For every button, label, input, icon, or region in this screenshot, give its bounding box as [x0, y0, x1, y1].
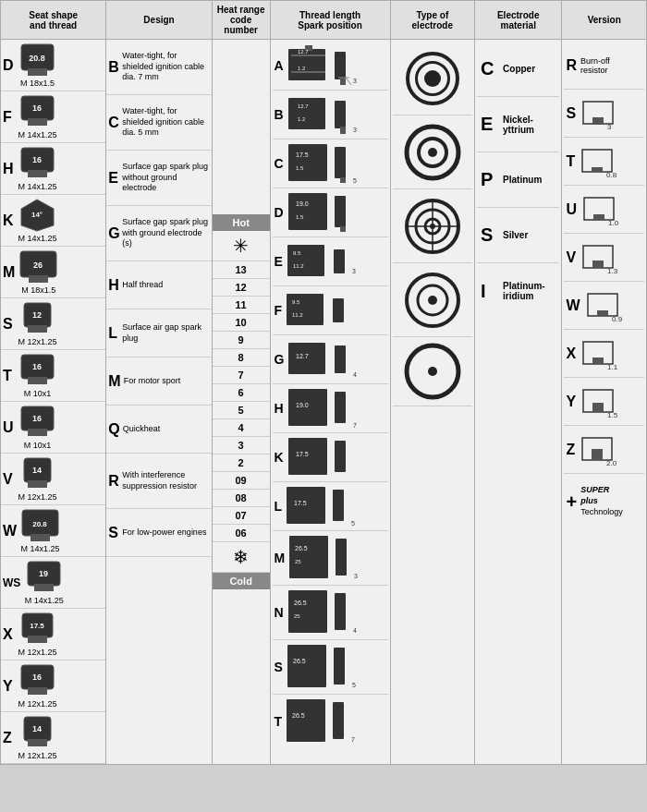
seat-diagram-V: 14: [17, 456, 58, 491]
svg-text:26: 26: [33, 261, 43, 270]
thread-letter-D: D: [275, 205, 284, 220]
design-letter-Q: Q: [108, 421, 119, 438]
seat-size-V: M 12x1.25: [18, 492, 56, 502]
seat-row-X: X 17.5 M 12x1.25: [1, 609, 105, 661]
svg-line-50: [346, 78, 351, 85]
seat-diagram-D: 20.8: [17, 42, 58, 78]
svg-text:1.5: 1.5: [607, 411, 618, 418]
thread-diagram-H: 19.0 7: [287, 387, 370, 430]
type-row-D: [393, 337, 472, 406]
heat-num-2: 2: [213, 454, 270, 472]
seat-diagram-K: 14°: [17, 198, 58, 233]
seat-letter-U: U: [3, 419, 14, 436]
version-row-R: R Burn-offresistor: [564, 42, 644, 90]
svg-text:7: 7: [353, 422, 357, 429]
seat-size-Z: M 12x1.25: [18, 751, 56, 760]
version-letter-W: W: [566, 297, 580, 314]
svg-text:1.0: 1.0: [608, 219, 619, 226]
thread-diagram-N: 26.5 25 4: [287, 588, 370, 636]
design-desc-H: Half thread: [122, 280, 163, 291]
design-letter-M: M: [108, 373, 120, 390]
seat-letter-H: H: [3, 161, 14, 177]
electrode-material-column: C Copper E Nickel-yttrium P Platinum S S…: [475, 40, 562, 765]
svg-text:25: 25: [294, 613, 300, 619]
svg-rect-34: [28, 636, 47, 643]
svg-text:1.2: 1.2: [298, 66, 306, 71]
seat-letter-K: K: [3, 212, 14, 229]
svg-rect-28: [31, 534, 50, 541]
version-letter-S: S: [566, 105, 576, 122]
svg-text:19: 19: [39, 569, 48, 578]
version-diagram-V: 1.3: [580, 241, 621, 274]
version-letter-R: R: [566, 57, 577, 74]
seat-letter-Z: Z: [3, 730, 14, 746]
svg-rect-144: [592, 403, 604, 412]
seat-size-WS: M 14x1.25: [25, 596, 64, 605]
seat-row-T: T 16 M 10x1: [1, 350, 105, 402]
svg-rect-107: [287, 699, 325, 742]
heat-num-8: 8: [213, 349, 270, 367]
svg-rect-19: [28, 377, 47, 384]
header-design: Design: [106, 1, 212, 40]
svg-rect-48: [340, 78, 346, 85]
thread-letter-M: M: [275, 551, 286, 565]
version-letter-Z: Z: [566, 442, 575, 458]
seat-row-W: W 20.8 M 14x1.25: [1, 505, 105, 557]
material-name-C: Copper: [503, 64, 535, 74]
heat-num-08: 08: [213, 490, 270, 507]
svg-rect-56: [340, 127, 346, 134]
version-desc-plus: SUPERplusTechnology: [580, 485, 623, 517]
design-letter-G: G: [108, 225, 119, 242]
thread-row-N: N 26.5 25 4: [273, 586, 388, 640]
thread-diagram-K: 17.5: [287, 436, 370, 479]
seat-letter-S: S: [3, 316, 14, 333]
version-desc-R: Burn-offresistor: [580, 56, 610, 75]
svg-rect-25: [28, 480, 47, 488]
svg-text:17.5: 17.5: [296, 451, 309, 457]
seat-letter-F: F: [3, 109, 14, 126]
svg-text:16: 16: [32, 155, 42, 164]
svg-text:16: 16: [32, 362, 42, 371]
svg-text:26.5: 26.5: [292, 712, 305, 719]
type-row-Q: [393, 263, 472, 337]
material-row-I: I Platinum-iridium: [477, 263, 559, 319]
svg-rect-22: [28, 429, 47, 436]
design-letter-H: H: [108, 277, 119, 294]
seat-letter-X: X: [3, 626, 14, 643]
svg-text:26.5: 26.5: [293, 658, 306, 664]
svg-rect-84: [335, 392, 346, 423]
type-diagram-Q: [404, 272, 461, 329]
svg-text:17.5: 17.5: [294, 500, 307, 506]
svg-text:2.0: 2.0: [606, 459, 617, 467]
seat-row-M: M 26 M 18x1.5: [1, 247, 105, 298]
svg-text:3: 3: [353, 78, 357, 84]
svg-rect-103: [287, 645, 326, 687]
heat-num-3: 3: [213, 437, 270, 454]
svg-text:1.2: 1.2: [298, 116, 306, 122]
svg-text:1.3: 1.3: [607, 267, 618, 274]
svg-rect-61: [335, 147, 346, 178]
version-row-V: V 1.3: [564, 234, 644, 282]
thread-diagram-B: 12.7 1.2 3: [287, 93, 370, 136]
seat-row-D: D 20.8 M 18x1.5: [1, 40, 105, 91]
type-diagram-T: [404, 198, 461, 255]
thread-diagram-S: 26.5 5: [286, 643, 369, 691]
svg-text:9.5: 9.5: [292, 299, 300, 305]
thread-row-K: K 17.5: [273, 433, 388, 482]
seat-row-U: U 16 M 10x1: [1, 402, 105, 454]
version-row-S: S 3: [564, 90, 644, 138]
version-diagram-T: 0.8: [579, 145, 620, 178]
thread-row-H: H 19.0 7: [273, 384, 388, 433]
seat-diagram-WS: 19: [23, 560, 65, 595]
design-row-B: B Water-tight, for shielded ignition cab…: [106, 40, 211, 95]
svg-text:25: 25: [295, 559, 301, 564]
heat-num-6: 6: [213, 384, 270, 402]
seat-diagram-H: 16: [17, 146, 58, 181]
svg-text:5: 5: [352, 682, 356, 688]
design-row-R: R With interference suppression resistor: [106, 454, 211, 509]
svg-rect-132: [593, 214, 604, 220]
svg-text:16: 16: [32, 414, 42, 423]
material-name-P: Platinum: [503, 175, 542, 185]
svg-rect-88: [335, 441, 346, 472]
svg-text:7: 7: [351, 736, 355, 743]
